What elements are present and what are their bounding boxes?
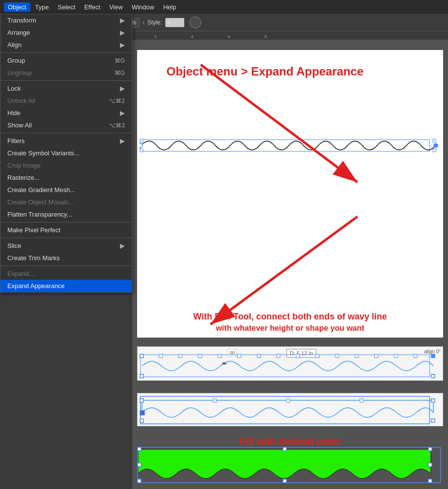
svg-rect-6 bbox=[433, 149, 436, 152]
svg-rect-14 bbox=[198, 354, 202, 358]
ruler-marks: 2 4 6 8 bbox=[137, 32, 284, 39]
menu-item-slice[interactable]: Slice ▶ bbox=[0, 240, 132, 252]
menu-item-expand-appearance[interactable]: Expand Appearance bbox=[0, 280, 132, 292]
menu-item-filters-arrow: ▶ bbox=[120, 137, 125, 145]
svg-rect-42 bbox=[138, 479, 141, 483]
menu-item-ungroup-label: Ungroup bbox=[7, 69, 32, 76]
svg-rect-26 bbox=[431, 354, 435, 358]
svg-rect-19 bbox=[296, 354, 300, 358]
svg-rect-10 bbox=[141, 355, 429, 377]
menu-item-expand-label: Expand... bbox=[7, 270, 34, 277]
canvas-area: 2 4 6 8 Object menu > Expand Appearance bbox=[132, 31, 448, 489]
menu-item-create-gradient-mesh[interactable]: Create Gradient Mesh... bbox=[0, 184, 132, 196]
svg-rect-13 bbox=[179, 354, 182, 358]
svg-rect-25 bbox=[414, 354, 417, 358]
menu-item-create-object-mosaic-label: Create Object Mosaic... bbox=[7, 198, 74, 206]
connected-wavy-svg bbox=[140, 395, 441, 425]
divider-4 bbox=[0, 222, 132, 222]
menu-item-hide[interactable]: Hide ▶ bbox=[0, 107, 132, 119]
ruler-mark-8: 8 bbox=[247, 34, 284, 39]
menu-item-flatten-transparency[interactable]: Flatten Transparency... bbox=[0, 208, 132, 220]
menu-item-create-trim-marks[interactable]: Create Trim Marks bbox=[0, 252, 132, 264]
menu-item-slice-arrow: ▶ bbox=[120, 242, 125, 249]
svg-rect-34 bbox=[431, 419, 435, 422]
menu-item-transform[interactable]: Transform ▶ bbox=[0, 14, 132, 26]
menu-help[interactable]: Help bbox=[159, 2, 180, 12]
menu-item-arrange-label: Arrange bbox=[7, 29, 30, 36]
menu-item-make-pixel-perfect-label: Make Pixel Perfect bbox=[7, 226, 60, 234]
svg-rect-11 bbox=[140, 354, 143, 358]
pen-tool-text-2: with whatever height or shape you want bbox=[140, 324, 440, 333]
svg-rect-43 bbox=[428, 479, 432, 483]
menu-item-lock-arrow: ▶ bbox=[120, 85, 125, 92]
menu-item-expand-appearance-label: Expand Appearance bbox=[7, 282, 65, 290]
svg-rect-5 bbox=[433, 139, 436, 142]
menu-item-show-all[interactable]: Show All ⌥⌘3 bbox=[0, 119, 132, 131]
demo-connected bbox=[137, 393, 443, 426]
dimension-demo: on D: 5.12 in align 0° bbox=[137, 346, 443, 381]
style-select[interactable]: ▾ bbox=[165, 18, 185, 27]
menu-view[interactable]: View bbox=[105, 2, 127, 12]
green-wavy-svg bbox=[137, 447, 443, 484]
opacity-arrow: › bbox=[142, 19, 144, 26]
pen-tool-instruction: With Pen Tool, connect both ends of wavy… bbox=[137, 309, 443, 338]
artboard: Object menu > Expand Appearance bbox=[137, 50, 443, 324]
svg-text:✒: ✒ bbox=[222, 360, 228, 367]
style-label: Style: bbox=[147, 19, 162, 26]
svg-rect-45 bbox=[283, 479, 286, 483]
svg-rect-36 bbox=[213, 399, 216, 402]
svg-rect-23 bbox=[375, 354, 378, 358]
wavy-line-svg bbox=[140, 136, 441, 155]
menu-item-filters[interactable]: Filters ▶ bbox=[0, 135, 132, 147]
svg-rect-35 bbox=[140, 411, 144, 415]
pen-tool-text-1: With Pen Tool, connect both ends of wavy… bbox=[140, 312, 440, 322]
dimension-wavy-svg: ✒ bbox=[140, 354, 441, 381]
svg-rect-44 bbox=[283, 447, 286, 451]
menu-item-create-gradient-mesh-label: Create Gradient Mesh... bbox=[7, 186, 75, 194]
menu-object[interactable]: Object bbox=[4, 2, 30, 12]
menu-type[interactable]: Type bbox=[31, 2, 53, 12]
svg-rect-21 bbox=[335, 354, 339, 358]
menu-select[interactable]: Select bbox=[54, 2, 79, 12]
canvas-content: Object menu > Expand Appearance bbox=[132, 40, 448, 489]
ruler-mark-4: 4 bbox=[174, 34, 211, 39]
divider-5 bbox=[0, 238, 132, 238]
ruler-top: 2 4 6 8 bbox=[132, 31, 448, 40]
menu-item-unlock-all: Unlock All ⌥⌘2 bbox=[0, 95, 132, 107]
menu-item-create-symbol-variants-label: Create Symbol Variants... bbox=[7, 149, 79, 157]
svg-rect-3 bbox=[140, 139, 143, 142]
menu-window[interactable]: Window bbox=[128, 2, 158, 12]
object-dropdown-menu: Transform ▶ Arrange ▶ Align ▶ Group ⌘G U… bbox=[0, 14, 132, 293]
menu-item-rasterize-label: Rasterize... bbox=[7, 174, 40, 181]
wavy-line-container bbox=[140, 136, 441, 155]
green-fill-demo bbox=[137, 447, 443, 484]
svg-rect-40 bbox=[138, 447, 141, 451]
svg-rect-4 bbox=[140, 149, 143, 152]
menu-item-unlock-all-shortcut: ⌥⌘2 bbox=[109, 98, 125, 104]
svg-rect-28 bbox=[431, 374, 435, 378]
menu-item-slice-label: Slice bbox=[7, 242, 21, 249]
menu-item-group-shortcut: ⌘G bbox=[115, 57, 125, 64]
menu-item-transform-label: Transform bbox=[7, 17, 36, 24]
menu-item-lock[interactable]: Lock ▶ bbox=[0, 82, 132, 95]
menu-item-group[interactable]: Group ⌘G bbox=[0, 54, 132, 67]
svg-rect-18 bbox=[277, 354, 280, 358]
menu-item-crop-image-label: Crop Image bbox=[7, 162, 41, 169]
svg-rect-47 bbox=[428, 463, 432, 466]
menu-item-expand: Expand... bbox=[0, 268, 132, 280]
svg-rect-15 bbox=[218, 354, 221, 358]
menu-item-rasterize[interactable]: Rasterize... bbox=[0, 171, 132, 184]
menu-item-align[interactable]: Align ▶ bbox=[0, 39, 132, 51]
menu-item-arrange[interactable]: Arrange ▶ bbox=[0, 26, 132, 39]
svg-rect-16 bbox=[237, 354, 241, 358]
ruler-mark-2: 2 bbox=[137, 34, 174, 39]
svg-rect-38 bbox=[360, 399, 363, 402]
menu-item-make-pixel-perfect[interactable]: Make Pixel Perfect bbox=[0, 224, 132, 236]
svg-rect-12 bbox=[159, 354, 163, 358]
svg-rect-37 bbox=[286, 399, 290, 402]
menu-effect[interactable]: Effect bbox=[80, 2, 104, 12]
svg-rect-20 bbox=[316, 354, 319, 358]
menu-item-show-all-label: Show All bbox=[7, 122, 32, 129]
menu-item-create-symbol-variants[interactable]: Create Symbol Variants... bbox=[0, 147, 132, 159]
menu-item-hide-arrow: ▶ bbox=[120, 109, 125, 117]
